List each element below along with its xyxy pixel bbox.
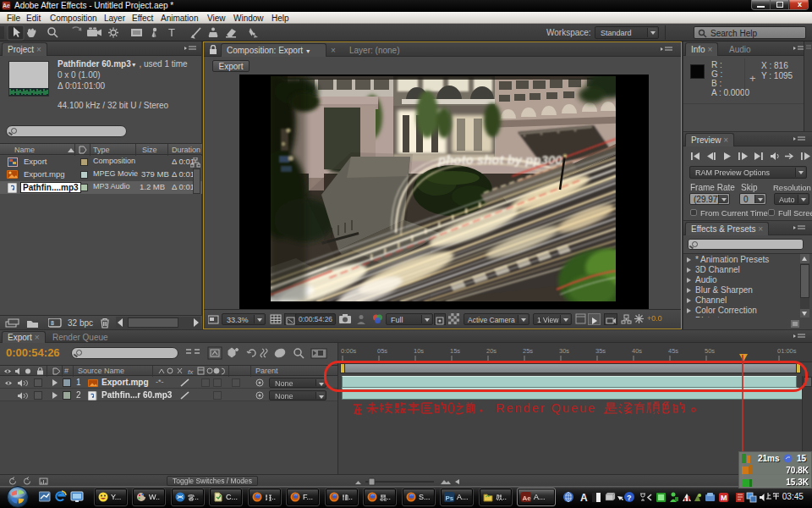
svg-text:0:00s: 0:00s: [341, 347, 357, 355]
svg-text:10s: 10s: [414, 347, 424, 355]
svg-text:fx: fx: [188, 368, 194, 376]
svg-text:A: A: [580, 492, 588, 504]
svg-text:20s: 20s: [486, 347, 497, 355]
svg-text:T: T: [168, 26, 175, 39]
svg-text:05s: 05s: [377, 347, 387, 355]
svg-text:M: M: [721, 494, 727, 502]
svg-text:8: 8: [51, 320, 54, 326]
svg-text:Ae: Ae: [523, 494, 532, 502]
svg-text:Ps: Ps: [446, 494, 454, 502]
svg-text:15s: 15s: [450, 347, 460, 355]
svg-text:photo shot by pp300: photo shot by pp300: [437, 152, 562, 167]
svg-text:?: ?: [627, 494, 632, 502]
svg-text:40s: 40s: [632, 347, 642, 355]
svg-text:35s: 35s: [595, 347, 606, 355]
svg-text:25s: 25s: [523, 347, 533, 355]
svg-text:30s: 30s: [559, 347, 569, 355]
svg-text:50s: 50s: [705, 347, 715, 355]
svg-text:45s: 45s: [668, 347, 678, 355]
svg-text:01:00s: 01:00s: [777, 347, 797, 355]
